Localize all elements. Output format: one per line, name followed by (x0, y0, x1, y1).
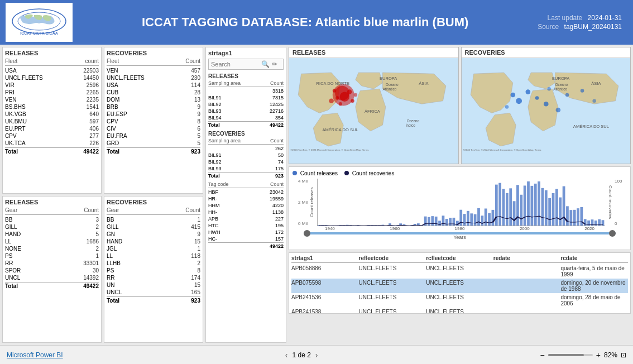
zoom-fill (548, 354, 584, 356)
svg-rect-114 (569, 210, 572, 226)
table-row: BB3 (5, 216, 99, 223)
header-meta: Last update 2024-01-31 Source tagBUM_202… (538, 13, 627, 32)
table-row: PRI2265 (5, 89, 99, 96)
table-row: BS.BHS1541 (5, 103, 99, 111)
y-axis-left: 4 Mil 2 Mil 0 Mil (292, 179, 309, 226)
svg-point-26 (525, 89, 530, 94)
chart-bars-area (317, 179, 605, 226)
maps-row: RELEASES (289, 47, 631, 164)
nav-prev-button[interactable]: ‹ (285, 351, 288, 360)
table-row: CPV277 (5, 132, 99, 140)
releases-fleet-header: Fleet count (5, 58, 99, 66)
svg-point-10 (347, 89, 352, 94)
svg-point-28 (516, 98, 522, 104)
table-row: NONE2 (5, 245, 99, 252)
zoom-out-button[interactable]: − (540, 351, 545, 360)
svg-point-8 (333, 89, 336, 92)
legend-releases: Count releases (292, 170, 338, 176)
footer-zoom: − + 82% ⊡ (540, 351, 626, 360)
table-row: UNCL.FLEETS230 (107, 74, 200, 82)
releases-gear-header: Gear Count (5, 207, 99, 215)
list-item: BIL9274 (208, 159, 284, 165)
table-row: EU.FRA5 (107, 132, 200, 140)
table-row: APB241538UNCL.FLEETSUNCL.FLEETS (291, 308, 628, 314)
table-row: RR33301 (5, 260, 99, 267)
logo: ICCAT CICTA CICAA (6, 3, 73, 42)
y-axis-right-label: Count recoveries (605, 179, 613, 226)
table-row: GILL415 (107, 223, 200, 231)
releases-gear-col2: Count (84, 207, 99, 213)
search-input[interactable] (211, 61, 261, 68)
power-bi-link[interactable]: Microsoft Power BI (7, 351, 63, 359)
chart-wrapper: 4 Mil 2 Mil 0 Mil Count releases Count r… (292, 179, 627, 226)
releases-gear-col1: Gear (5, 207, 17, 213)
svg-text:Atlântico: Atlântico (553, 87, 567, 91)
search-icon: 🔍 (261, 60, 270, 68)
footer-nav: ‹ 1 de 2 › (285, 351, 318, 360)
search-bar[interactable]: 🔍 ✏ (208, 59, 284, 70)
svg-point-33 (592, 99, 596, 103)
svg-rect-110 (555, 189, 558, 226)
svg-text:Oceano: Oceano (407, 119, 420, 123)
svg-rect-89 (481, 215, 483, 226)
slider-thumb-left[interactable] (304, 230, 310, 237)
table-row: UK.BMU597 (5, 118, 99, 125)
svg-rect-91 (488, 213, 491, 226)
svg-text:ICCAT  CICTA  CICAA: ICCAT CICTA CICAA (20, 31, 58, 35)
slider-fill (304, 232, 616, 234)
table-row: EU.ESP9 (107, 111, 200, 118)
svg-text:ÁFRICA: ÁFRICA (365, 109, 381, 114)
list-item: BIL9322716 (208, 108, 284, 114)
recoveries-fleet-col2: Count (185, 58, 200, 64)
strtags-tagcode-rows: HBF23042HR-19559HHM4220HH-1138APB227HTC1… (208, 189, 284, 242)
releases-col: RELEASES Fleet count USA22503UNCL.FLEETS… (2, 47, 102, 343)
table-row: PS1 (5, 252, 99, 260)
bottom-data-table: strtags1 refleetcode rcfleetcode redate … (289, 252, 631, 314)
zoom-in-button[interactable]: + (596, 351, 601, 360)
recoveries-gear-total: Total 923 (107, 296, 200, 304)
list-item: 3318 (208, 88, 284, 94)
zoom-slider[interactable] (548, 354, 593, 356)
zoom-value: 82% (604, 351, 617, 359)
fit-page-button[interactable]: ⊡ (621, 351, 626, 359)
svg-rect-92 (492, 210, 495, 226)
table-row: APB058886UNCL.FLEETSUNCL.FLEETSquarta-fe… (291, 264, 628, 279)
chart-x-title: Years (292, 234, 627, 240)
svg-text:AMÉRICA DO SUL: AMÉRICA DO SUL (573, 124, 608, 129)
table-row: BB1 (107, 216, 200, 223)
table-row: SPOR30 (5, 267, 99, 274)
svg-text:RICA DO NORTE: RICA DO NORTE (317, 81, 349, 86)
releases-gear-title: RELEASES (5, 199, 99, 205)
list-item: HBF23042 (208, 189, 284, 195)
table-row: VIR2596 (5, 82, 99, 89)
svg-rect-113 (566, 206, 569, 226)
svg-point-12 (329, 98, 334, 103)
last-update-label: Last update (548, 14, 583, 22)
slider-thumb-right[interactable] (609, 230, 616, 237)
releases-fleet-table: RELEASES Fleet count USA22503UNCL.FLEETS… (2, 47, 102, 194)
nav-next-button[interactable]: › (315, 351, 318, 360)
svg-rect-74 (428, 217, 430, 226)
svg-rect-99 (516, 185, 519, 226)
svg-point-13 (339, 102, 342, 106)
svg-text:Índico: Índico (406, 123, 416, 127)
svg-rect-121 (594, 221, 597, 226)
slider-track[interactable] (304, 232, 616, 234)
table-row: GN9 (107, 231, 200, 238)
table-row: CUB28 (107, 89, 200, 96)
recoveries-col: RECOVERIES Fleet Count VEN457UNCL.FLEETS… (104, 47, 203, 343)
svg-text:ÁSIA: ÁSIA (591, 81, 601, 86)
chart-legend: Count releases Count recoveries (292, 170, 627, 176)
table-row: UNCL.FLEETS14450 (5, 74, 99, 82)
svg-text:Oceano: Oceano (386, 83, 399, 87)
svg-rect-115 (573, 210, 576, 226)
svg-rect-85 (467, 211, 469, 226)
recoveries-map-title: RECOVERIES (462, 47, 631, 58)
year-slider[interactable] (292, 232, 627, 234)
svg-rect-75 (431, 216, 434, 226)
svg-text:EUROPA: EUROPA (552, 76, 570, 81)
releases-gear-table: RELEASES Gear Count BB3GILL2HAND5LL1686N… (2, 196, 102, 343)
releases-map: RELEASES (289, 47, 459, 164)
svg-rect-87 (474, 214, 477, 226)
chart-x-labels: 1940 1960 1980 2000 2020 (292, 226, 627, 231)
